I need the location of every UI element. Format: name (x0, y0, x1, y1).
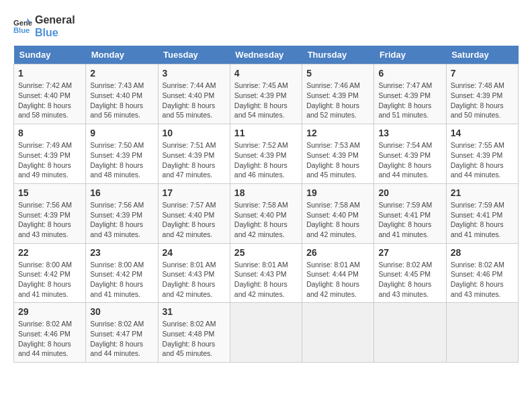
weekday-header-saturday: Saturday (446, 46, 518, 64)
day-number: 15 (18, 187, 81, 198)
day-info: Sunrise: 7:51 AMSunset: 4:39 PMDaylight:… (163, 140, 226, 180)
calendar-day-14: 14Sunrise: 7:55 AMSunset: 4:39 PMDayligh… (446, 124, 518, 184)
day-number: 25 (234, 247, 298, 258)
day-info: Sunrise: 7:59 AMSunset: 4:41 PMDaylight:… (451, 200, 514, 240)
day-info: Sunrise: 8:01 AMSunset: 4:43 PMDaylight:… (163, 260, 226, 300)
day-info: Sunrise: 7:56 AMSunset: 4:39 PMDaylight:… (18, 200, 81, 240)
day-number: 19 (306, 187, 369, 198)
calendar-day-empty (446, 303, 518, 363)
day-info: Sunrise: 7:48 AMSunset: 4:39 PMDaylight:… (451, 81, 514, 120)
day-info: Sunrise: 7:56 AMSunset: 4:39 PMDaylight:… (90, 200, 153, 240)
day-info: Sunrise: 7:49 AMSunset: 4:39 PMDaylight:… (18, 140, 81, 180)
calendar-day-24: 24Sunrise: 8:01 AMSunset: 4:43 PMDayligh… (158, 243, 230, 303)
day-info: Sunrise: 8:01 AMSunset: 4:44 PMDaylight:… (306, 260, 369, 300)
day-number: 9 (90, 128, 153, 138)
day-number: 26 (306, 247, 369, 258)
calendar-week-4: 22Sunrise: 8:00 AMSunset: 4:42 PMDayligh… (14, 243, 519, 303)
calendar-week-5: 29Sunrise: 8:02 AMSunset: 4:46 PMDayligh… (14, 303, 519, 363)
calendar-day-20: 20Sunrise: 7:59 AMSunset: 4:41 PMDayligh… (374, 183, 446, 243)
weekday-header-row: SundayMondayTuesdayWednesdayThursdayFrid… (14, 46, 519, 64)
calendar-day-empty (302, 303, 374, 363)
weekday-header-thursday: Thursday (302, 46, 374, 64)
calendar-week-1: 1Sunrise: 7:42 AMSunset: 4:40 PMDaylight… (14, 64, 519, 124)
calendar-day-empty (230, 303, 302, 363)
day-info: Sunrise: 7:43 AMSunset: 4:40 PMDaylight:… (90, 81, 153, 120)
day-info: Sunrise: 7:47 AMSunset: 4:39 PMDaylight:… (378, 81, 441, 120)
logo: General Blue General Blue (13, 13, 75, 39)
calendar-day-4: 4Sunrise: 7:45 AMSunset: 4:39 PMDaylight… (230, 64, 302, 124)
day-number: 14 (451, 128, 514, 138)
page-header: General Blue General Blue (13, 13, 519, 39)
calendar-day-10: 10Sunrise: 7:51 AMSunset: 4:39 PMDayligh… (158, 124, 230, 184)
calendar-day-22: 22Sunrise: 8:00 AMSunset: 4:42 PMDayligh… (14, 243, 86, 303)
day-number: 29 (18, 306, 81, 317)
calendar-day-28: 28Sunrise: 8:02 AMSunset: 4:46 PMDayligh… (446, 243, 518, 303)
day-number: 12 (306, 128, 369, 138)
calendar-day-3: 3Sunrise: 7:44 AMSunset: 4:40 PMDaylight… (158, 64, 230, 124)
calendar-day-empty (374, 303, 446, 363)
day-number: 30 (90, 306, 153, 317)
weekday-header-wednesday: Wednesday (230, 46, 302, 64)
day-info: Sunrise: 7:57 AMSunset: 4:40 PMDaylight:… (163, 200, 226, 240)
calendar-day-2: 2Sunrise: 7:43 AMSunset: 4:40 PMDaylight… (86, 64, 158, 124)
day-info: Sunrise: 8:01 AMSunset: 4:43 PMDaylight:… (234, 260, 298, 300)
logo-blue: Blue (35, 26, 75, 39)
calendar-day-8: 8Sunrise: 7:49 AMSunset: 4:39 PMDaylight… (14, 124, 86, 184)
day-number: 18 (234, 187, 298, 198)
day-info: Sunrise: 7:46 AMSunset: 4:39 PMDaylight:… (306, 81, 369, 120)
day-info: Sunrise: 8:02 AMSunset: 4:47 PMDaylight:… (90, 319, 153, 359)
day-number: 17 (163, 187, 226, 198)
day-number: 22 (18, 247, 81, 258)
day-number: 24 (163, 247, 226, 258)
calendar-day-9: 9Sunrise: 7:50 AMSunset: 4:39 PMDaylight… (86, 124, 158, 184)
day-number: 31 (163, 306, 226, 317)
calendar-day-26: 26Sunrise: 8:01 AMSunset: 4:44 PMDayligh… (302, 243, 374, 303)
calendar-week-2: 8Sunrise: 7:49 AMSunset: 4:39 PMDaylight… (14, 124, 519, 184)
day-number: 2 (90, 68, 153, 79)
calendar-day-31: 31Sunrise: 8:02 AMSunset: 4:48 PMDayligh… (158, 303, 230, 363)
day-info: Sunrise: 7:53 AMSunset: 4:39 PMDaylight:… (306, 140, 369, 180)
day-info: Sunrise: 7:45 AMSunset: 4:39 PMDaylight:… (234, 81, 298, 120)
day-number: 28 (451, 247, 514, 258)
weekday-header-friday: Friday (374, 46, 446, 64)
day-number: 3 (163, 68, 226, 79)
day-info: Sunrise: 7:58 AMSunset: 4:40 PMDaylight:… (306, 200, 369, 240)
day-number: 10 (163, 128, 226, 138)
calendar-day-21: 21Sunrise: 7:59 AMSunset: 4:41 PMDayligh… (446, 183, 518, 243)
day-number: 6 (378, 68, 441, 79)
calendar-day-7: 7Sunrise: 7:48 AMSunset: 4:39 PMDaylight… (446, 64, 518, 124)
calendar-day-13: 13Sunrise: 7:54 AMSunset: 4:39 PMDayligh… (374, 124, 446, 184)
day-info: Sunrise: 7:54 AMSunset: 4:39 PMDaylight:… (378, 140, 441, 180)
day-number: 20 (378, 187, 441, 198)
day-info: Sunrise: 7:42 AMSunset: 4:40 PMDaylight:… (18, 81, 81, 120)
day-number: 23 (90, 247, 153, 258)
day-number: 5 (306, 68, 369, 79)
day-number: 16 (90, 187, 153, 198)
day-info: Sunrise: 8:02 AMSunset: 4:48 PMDaylight:… (163, 319, 226, 359)
calendar-day-30: 30Sunrise: 8:02 AMSunset: 4:47 PMDayligh… (86, 303, 158, 363)
day-number: 21 (451, 187, 514, 198)
day-number: 27 (378, 247, 441, 258)
day-info: Sunrise: 8:02 AMSunset: 4:46 PMDaylight:… (18, 319, 81, 359)
logo-icon: General Blue (13, 17, 32, 36)
day-info: Sunrise: 8:02 AMSunset: 4:46 PMDaylight:… (451, 260, 514, 300)
svg-text:General: General (13, 19, 32, 27)
calendar-day-27: 27Sunrise: 8:02 AMSunset: 4:45 PMDayligh… (374, 243, 446, 303)
day-number: 4 (234, 68, 298, 79)
day-number: 1 (18, 68, 81, 79)
day-info: Sunrise: 8:02 AMSunset: 4:45 PMDaylight:… (378, 260, 441, 300)
calendar-day-29: 29Sunrise: 8:02 AMSunset: 4:46 PMDayligh… (14, 303, 86, 363)
logo-general: General (35, 13, 75, 26)
day-info: Sunrise: 7:52 AMSunset: 4:39 PMDaylight:… (234, 140, 298, 180)
day-info: Sunrise: 7:59 AMSunset: 4:41 PMDaylight:… (378, 200, 441, 240)
calendar-day-15: 15Sunrise: 7:56 AMSunset: 4:39 PMDayligh… (14, 183, 86, 243)
day-info: Sunrise: 7:50 AMSunset: 4:39 PMDaylight:… (90, 140, 153, 180)
calendar-day-16: 16Sunrise: 7:56 AMSunset: 4:39 PMDayligh… (86, 183, 158, 243)
calendar-day-23: 23Sunrise: 8:00 AMSunset: 4:42 PMDayligh… (86, 243, 158, 303)
day-number: 8 (18, 128, 81, 138)
calendar-day-5: 5Sunrise: 7:46 AMSunset: 4:39 PMDaylight… (302, 64, 374, 124)
weekday-header-tuesday: Tuesday (158, 46, 230, 64)
day-number: 7 (451, 68, 514, 79)
svg-text:Blue: Blue (13, 26, 30, 34)
day-info: Sunrise: 8:00 AMSunset: 4:42 PMDaylight:… (18, 260, 81, 300)
